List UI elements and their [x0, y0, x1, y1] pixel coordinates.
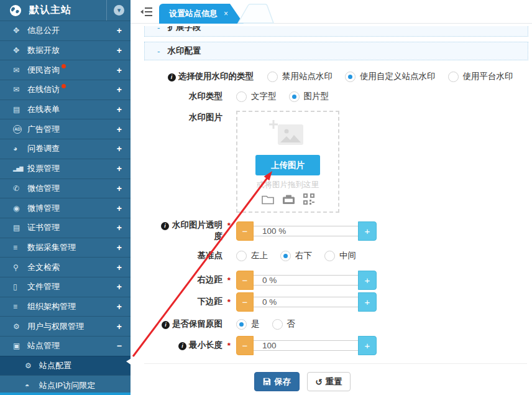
expand-icon[interactable]: +	[117, 105, 122, 114]
sidebar-item-18[interactable]: ⚙站点配置	[0, 356, 131, 376]
bottom-margin-input[interactable]	[254, 297, 358, 307]
sidebar-item-5[interactable]: ▤在线表单+	[0, 100, 131, 119]
radio-option[interactable]: 是	[236, 318, 260, 330]
expand-icon[interactable]: +	[117, 164, 122, 174]
site-switcher-header[interactable]: 默认主站 ▾	[0, 0, 131, 21]
sidebar-item-17[interactable]: ▣站点管理−	[0, 336, 131, 356]
sidebar-item-8[interactable]: ▂▅▇投票管理+	[0, 159, 131, 179]
expand-icon[interactable]: +	[117, 26, 122, 35]
radio-option[interactable]: 否	[272, 318, 296, 330]
mail-icon: ✉	[13, 66, 27, 75]
radio-unselected-icon[interactable]	[267, 72, 278, 82]
sidebar-item-2[interactable]: ✥数据开放+	[0, 40, 131, 60]
sidebar-item-1[interactable]: ✥信息公开+	[0, 21, 131, 40]
plus-button[interactable]: +	[358, 271, 377, 290]
sidebar-item-label: 问卷调查	[27, 143, 60, 154]
radio-option[interactable]: 使用平台水印	[448, 71, 513, 82]
sidebar-item-6[interactable]: AD广告管理+	[0, 119, 131, 139]
upload-dropzone[interactable]: 上传图片 或将图片拖到这里	[236, 111, 339, 213]
form-row-watermark-type-choice: i选择使用水印的类型 禁用站点水印使用自定义站点水印使用平台水印	[143, 71, 532, 82]
gallery-icon[interactable]	[282, 194, 295, 205]
sidebar-item-label: 广告管理	[27, 124, 60, 135]
expand-icon[interactable]: +	[117, 85, 122, 95]
expand-icon[interactable]: +	[117, 263, 122, 272]
expand-icon[interactable]: +	[117, 184, 122, 193]
expand-icon[interactable]: +	[117, 223, 122, 233]
radio-option[interactable]: 使用自定义站点水印	[345, 71, 436, 82]
radio-option[interactable]: 右下	[280, 250, 312, 261]
sidebar-item-10[interactable]: ◉微博管理+	[0, 198, 131, 218]
sidebar-item-11[interactable]: ▤证书管理+	[0, 218, 131, 238]
plus-button[interactable]: +	[358, 292, 377, 312]
section-header-watermark[interactable]: - 水印配置	[144, 42, 528, 60]
minus-button[interactable]: −	[236, 221, 254, 241]
sidebar-item-7[interactable]: ◕问卷调查+	[0, 139, 131, 159]
chevron-down-icon[interactable]: ▾	[114, 5, 124, 16]
expand-icon[interactable]: +	[117, 322, 122, 332]
minus-button[interactable]: −	[236, 292, 254, 312]
sidebar-item-12[interactable]: ≡数据采集管理+	[0, 238, 131, 258]
reset-button[interactable]: ↺ 重置	[307, 372, 351, 391]
tab-site-info[interactable]: 设置站点信息 ×	[159, 4, 244, 24]
required-mark: *	[227, 220, 231, 231]
sidebar-item-13[interactable]: ⚲全文检索+	[0, 257, 131, 277]
plus-button[interactable]: +	[358, 336, 377, 355]
expand-icon[interactable]: +	[117, 144, 122, 154]
collapse-icon[interactable]: -	[157, 26, 160, 32]
radio-unselected-icon[interactable]	[324, 251, 335, 261]
sidebar-item-label: 微信管理	[27, 183, 60, 194]
radio-unselected-icon[interactable]	[236, 91, 247, 102]
folder-icon[interactable]	[262, 194, 274, 205]
right-margin-input[interactable]	[254, 275, 358, 286]
radio-option[interactable]: 禁用站点水印	[267, 71, 332, 82]
file-icon: ▯	[13, 282, 27, 291]
radio-selected-icon[interactable]	[280, 251, 291, 261]
sidebar-item-9[interactable]: ✆微信管理+	[0, 179, 131, 198]
radio-unselected-icon[interactable]	[448, 72, 459, 82]
expand-icon[interactable]: +	[117, 302, 122, 312]
radio-option[interactable]: 左上	[236, 250, 268, 261]
sidebar-item-16[interactable]: ⚙用户与权限管理+	[0, 316, 131, 336]
sidebar-item-4[interactable]: ✉在线信访+	[0, 80, 131, 100]
mail-open-icon: ✉	[13, 85, 27, 94]
collapse-sidebar-icon[interactable]	[140, 7, 154, 19]
minus-button[interactable]: −	[236, 336, 254, 355]
radio-selected-icon[interactable]	[236, 319, 247, 330]
expand-icon[interactable]: +	[117, 282, 122, 292]
radio-selected-icon[interactable]	[289, 91, 300, 102]
radio-selected-icon[interactable]	[345, 72, 355, 82]
form-row-right-margin: 右边距* − +	[143, 270, 532, 290]
expand-icon[interactable]: +	[117, 124, 122, 134]
radio-unselected-icon[interactable]	[272, 319, 283, 330]
plus-button[interactable]: +	[358, 221, 377, 241]
save-button[interactable]: 保存	[254, 372, 300, 391]
radio-option[interactable]: 图片型	[289, 91, 329, 102]
minus-button[interactable]: −	[236, 271, 254, 290]
tab-close-icon[interactable]: ×	[224, 9, 228, 18]
section-header-extension[interactable]: - 扩展字段	[144, 26, 528, 37]
sidebar-item-14[interactable]: ▯文件管理+	[0, 277, 131, 297]
sidebar-item-15[interactable]: ≡组织架构管理+	[0, 297, 131, 317]
radio-option[interactable]: 文字型	[236, 91, 277, 102]
collapse-icon[interactable]: −	[117, 341, 122, 351]
sidebar-item-3[interactable]: ✉便民咨询+	[0, 60, 131, 80]
sidebar-item-label: 信息公开	[27, 25, 60, 36]
upload-image-button[interactable]: 上传图片	[255, 155, 320, 175]
collapse-icon[interactable]: -	[157, 47, 160, 56]
expand-icon[interactable]: +	[117, 243, 122, 253]
sidebar-item-label: 在线表单	[27, 104, 60, 115]
radio-unselected-icon[interactable]	[236, 251, 247, 261]
qrcode-icon[interactable]	[303, 193, 314, 205]
radio-group-watermark-type: 禁用站点水印使用自定义站点水印使用平台水印	[267, 71, 526, 82]
opacity-input[interactable]	[254, 226, 358, 236]
radio-option[interactable]: 中间	[324, 250, 356, 261]
expand-icon[interactable]: +	[117, 203, 122, 213]
expand-icon[interactable]: +	[117, 45, 122, 55]
radio-label: 使用自定义站点水印	[360, 71, 436, 82]
expand-icon[interactable]: +	[117, 65, 122, 75]
inactive-tab[interactable]	[236, 3, 282, 26]
min-length-input[interactable]	[254, 340, 358, 351]
field-label: i选择使用水印的类型	[143, 71, 254, 82]
sidebar-item-label: 站点管理	[27, 340, 60, 351]
field-label: 下边距*	[143, 296, 222, 307]
